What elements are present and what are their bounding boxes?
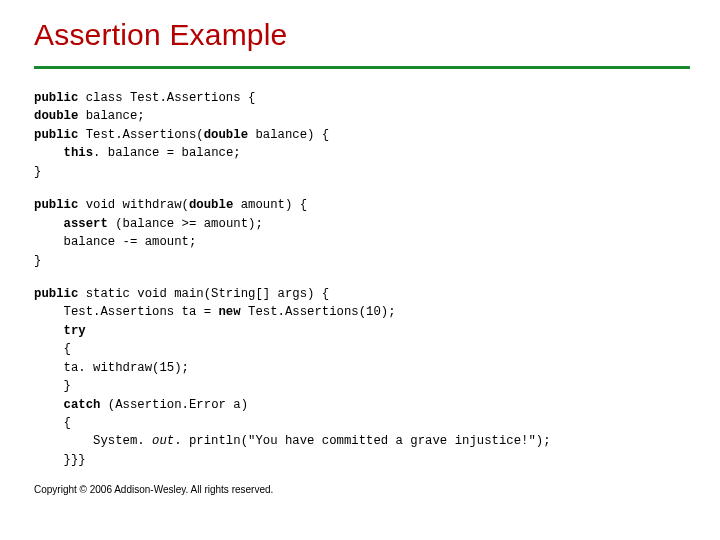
kw: catch [64,398,101,412]
t: void withdraw( [78,198,189,212]
kw: public [34,198,78,212]
t: } [34,254,41,268]
kw: public [34,128,78,142]
t: Test.Assertions ta = [34,305,218,319]
t: balance; [78,109,144,123]
t: (Assertion.Error a) [100,398,248,412]
t [34,217,64,231]
code-block-3: public static void main(String[] args) {… [34,285,690,469]
t [34,398,64,412]
t: System. [34,434,152,448]
kw: new [218,305,240,319]
t: static void main(String[] args) { [78,287,329,301]
t: }}} [34,453,86,467]
kw: double [189,198,233,212]
t: amount) { [233,198,307,212]
t [34,146,64,160]
kw: assert [64,217,108,231]
t: balance) { [248,128,329,142]
t [34,324,64,338]
t: . println("You have committed a grave in… [174,434,550,448]
t: Test.Assertions(10); [241,305,396,319]
t: { [34,342,71,356]
kw: this [64,146,94,160]
t: { [34,416,71,430]
t: ta. withdraw(15); [34,361,189,375]
t: } [34,379,71,393]
code-block-1: public class Test.Assertions { double ba… [34,89,690,181]
slide: Assertion Example public class Test.Asse… [0,0,720,505]
title-rule [34,66,690,69]
copyright: Copyright © 2006 Addison-Wesley. All rig… [34,484,690,495]
code-block-2: public void withdraw(double amount) { as… [34,196,690,270]
t: balance -= amount; [34,235,196,249]
t: (balance >= amount); [108,217,263,231]
kw: double [34,109,78,123]
t: class Test.Assertions { [78,91,255,105]
id: out [152,434,174,448]
kw: try [64,324,86,338]
t: } [34,165,41,179]
kw: public [34,287,78,301]
page-title: Assertion Example [34,18,690,52]
t: Test.Assertions( [78,128,203,142]
kw: public [34,91,78,105]
kw: double [204,128,248,142]
t: . balance = balance; [93,146,241,160]
